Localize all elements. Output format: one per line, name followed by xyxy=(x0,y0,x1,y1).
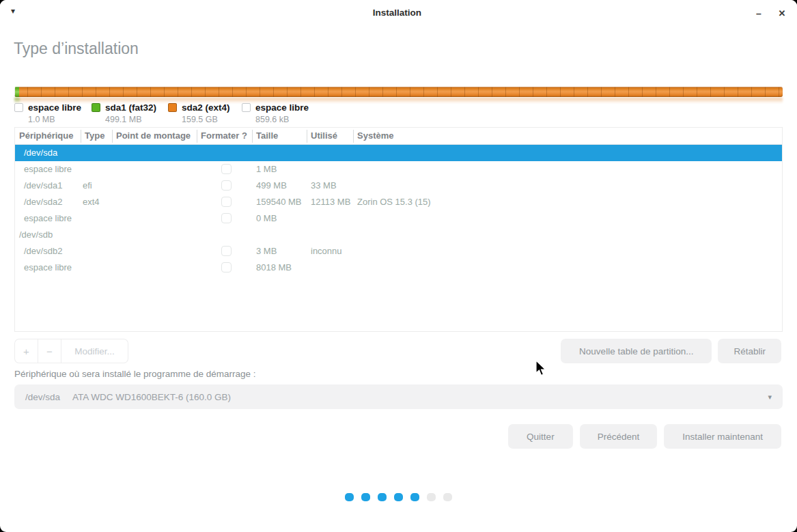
partition-segment-sda2 xyxy=(19,87,783,97)
legend-size: 159.5 GB xyxy=(182,115,230,124)
legend-swatch-sda1 xyxy=(92,103,100,112)
format-checkbox[interactable] xyxy=(221,164,232,174)
column-header-size[interactable]: Taille xyxy=(256,130,278,141)
table-row-dev-sda1[interactable]: /dev/sda1 efi 499 MB 33 MB xyxy=(15,178,782,194)
cell-device: /dev/sda2 xyxy=(24,197,62,207)
legend-item: sda2 (ext4) 159.5 GB xyxy=(168,102,230,124)
column-header-mountpoint[interactable]: Point de montage xyxy=(116,130,191,141)
legend-swatch-free xyxy=(14,103,23,112)
cell-size: 8018 MB xyxy=(256,262,292,272)
cell-device: espace libre xyxy=(24,262,72,272)
column-separator xyxy=(353,130,354,143)
new-partition-table-button[interactable]: Nouvelle table de partition... xyxy=(561,339,712,363)
add-partition-button[interactable]: + xyxy=(14,339,38,363)
install-now-button[interactable]: Installer maintenant xyxy=(664,424,781,449)
cell-type: ext4 xyxy=(83,197,100,207)
selected-device: /dev/sda xyxy=(25,392,60,402)
window-menu-arrow-icon[interactable]: ▾ xyxy=(11,6,15,16)
titlebar: ▾ Installation – ✕ xyxy=(0,0,797,26)
mouse-cursor xyxy=(535,360,547,377)
progress-dot xyxy=(410,493,419,501)
cell-size: 1 MB xyxy=(256,164,277,174)
back-button[interactable]: Précédent xyxy=(580,424,658,449)
selected-device-description: ATA WDC WD1600BEKT-6 (160.0 GB) xyxy=(72,392,231,402)
table-row-free-space[interactable]: espace libre 8018 MB xyxy=(15,260,782,276)
wizard-progress-dots xyxy=(0,493,797,501)
progress-dot xyxy=(378,493,387,501)
progress-dot xyxy=(361,493,370,501)
column-header-type[interactable]: Type xyxy=(85,130,104,141)
legend-label: espace libre xyxy=(28,102,81,113)
cell-used: 12113 MB xyxy=(311,197,350,207)
legend-swatch-free xyxy=(242,103,251,112)
cell-used: inconnu xyxy=(311,246,342,256)
column-header-system[interactable]: Système xyxy=(357,130,393,141)
cell-device: /dev/sdb2 xyxy=(24,246,62,256)
cell-device: /dev/sdb xyxy=(19,229,53,240)
legend-size: 499.1 MB xyxy=(105,115,156,124)
wizard-actions: Quitter Précédent Installer maintenant xyxy=(508,424,781,449)
column-separator xyxy=(112,130,113,143)
format-checkbox[interactable] xyxy=(221,246,232,256)
legend-size: 1.0 MB xyxy=(28,115,81,124)
cell-size: 0 MB xyxy=(256,213,277,223)
cell-size: 159540 MB xyxy=(256,197,302,207)
bootloader-device-select[interactable]: /dev/sda ATA WDC WD1600BEKT-6 (160.0 GB)… xyxy=(14,384,783,409)
window-title: Installation xyxy=(373,8,421,18)
cell-type: efi xyxy=(83,180,92,191)
column-separator xyxy=(307,130,307,143)
cell-device: /dev/sda1 xyxy=(24,180,62,191)
quit-button[interactable]: Quitter xyxy=(508,424,573,449)
format-checkbox[interactable] xyxy=(221,262,232,272)
close-icon[interactable]: ✕ xyxy=(774,5,790,22)
table-header: Périphérique Type Point de montage Forma… xyxy=(15,128,782,145)
column-header-format[interactable]: Formater ? xyxy=(201,130,247,141)
format-checkbox[interactable] xyxy=(221,197,232,207)
cell-device: espace libre xyxy=(24,213,72,223)
legend-item: espace libre 859.6 kB xyxy=(242,102,309,124)
cell-size: 3 MB xyxy=(256,246,277,256)
column-separator xyxy=(252,130,253,143)
partition-usage-bar xyxy=(14,87,783,97)
progress-dot xyxy=(394,493,403,501)
table-row-dev-sdb[interactable]: /dev/sdb xyxy=(15,227,782,243)
cell-device: espace libre xyxy=(24,164,72,174)
table-row-dev-sda2[interactable]: /dev/sda2 ext4 159540 MB 12113 MB Zorin … xyxy=(15,194,782,210)
legend-label: sda1 (fat32) xyxy=(105,102,156,113)
installer-window: ▾ Installation – ✕ Type d’installation e… xyxy=(0,0,797,532)
legend-label: sda2 (ext4) xyxy=(182,102,230,113)
legend-item: sda1 (fat32) 499.1 MB xyxy=(92,102,156,124)
remove-partition-button[interactable]: − xyxy=(38,339,61,363)
column-separator xyxy=(197,130,197,143)
chevron-down-icon: ▾ xyxy=(768,393,772,402)
edit-partition-button[interactable]: Modifier... xyxy=(61,339,128,363)
cell-used: 33 MB xyxy=(311,180,337,191)
format-checkbox[interactable] xyxy=(221,180,232,191)
table-row-free-space[interactable]: espace libre 0 MB xyxy=(15,210,782,227)
cell-device: /dev/sda xyxy=(24,148,57,158)
legend-label: espace libre xyxy=(255,102,309,113)
column-header-device[interactable]: Périphérique xyxy=(19,130,73,141)
column-header-used[interactable]: Utilisé xyxy=(311,130,337,141)
cell-size: 499 MB xyxy=(256,180,287,191)
partition-legend: espace libre 1.0 MB sda1 (fat32) 499.1 M… xyxy=(14,102,783,124)
progress-dot xyxy=(443,493,452,501)
progress-dot xyxy=(345,493,354,501)
page-title: Type d’installation xyxy=(14,40,139,58)
table-row-free-space[interactable]: espace libre 1 MB xyxy=(15,161,782,178)
partition-table: Périphérique Type Point de montage Forma… xyxy=(14,127,783,332)
table-row-dev-sdb2[interactable]: /dev/sdb2 3 MB inconnu xyxy=(15,243,782,260)
legend-item: espace libre 1.0 MB xyxy=(14,102,81,124)
table-actions-group: Nouvelle table de partition... Rétablir xyxy=(561,339,781,363)
progress-dot xyxy=(427,493,436,501)
bootloader-device-label: Périphérique où sera installé le program… xyxy=(14,369,255,379)
legend-swatch-sda2 xyxy=(168,103,177,112)
column-separator xyxy=(81,130,81,143)
legend-size: 859.6 kB xyxy=(255,115,309,124)
cell-system: Zorin OS 15.3 (15) xyxy=(357,197,431,207)
table-row-dev-sda[interactable]: /dev/sda xyxy=(15,145,782,161)
minimize-icon[interactable]: – xyxy=(751,5,767,22)
partition-edit-button-group: + − Modifier... xyxy=(14,339,128,363)
revert-button[interactable]: Rétablir xyxy=(718,339,781,363)
format-checkbox[interactable] xyxy=(221,213,232,223)
